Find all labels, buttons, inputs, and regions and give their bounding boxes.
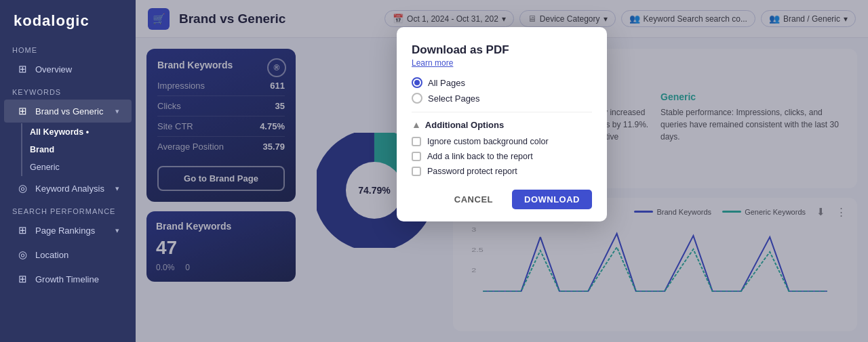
additional-options-toggle[interactable]: ▲ Additional Options (412, 119, 592, 130)
grid-icon: ⊞ (16, 63, 28, 75)
download-pdf-modal: Download as PDF Learn more All Pages Sel… (397, 27, 607, 221)
search-circle-icon: ◎ (16, 182, 28, 194)
radio-all-pages[interactable]: All Pages (412, 77, 592, 88)
sidebar-item-page-rankings[interactable]: ⊞ Page Rankings ▾ (4, 219, 132, 242)
main-content: 🛒 Brand vs Generic 📅 Oct 1, 2024 - Oct 3… (136, 0, 868, 342)
sidebar-item-location[interactable]: ◎ Location (4, 243, 132, 266)
sidebar-item-keyword-analysis[interactable]: ◎ Keyword Analysis ▾ (4, 177, 132, 200)
location-icon: ◎ (16, 249, 28, 261)
chevron-down-icon-2: ▾ (115, 184, 119, 193)
checkbox-ignore-bg[interactable]: Ignore custom background color (412, 137, 592, 146)
checkbox-box-add-link (412, 152, 421, 161)
checkbox-box-ignore-bg (412, 137, 421, 146)
grid-icon-3: ⊞ (16, 224, 28, 236)
sidebar-section-search-performance: Search Performance (0, 200, 136, 218)
sidebar-item-generic[interactable]: Generic (4, 158, 132, 176)
modal-title: Download as PDF (412, 43, 592, 57)
radio-dot-all-pages (412, 77, 422, 88)
sidebar: kodalogic Home ⊞ Overview Keywords ⊞ Bra… (0, 0, 136, 342)
radio-group: All Pages Select Pages (412, 77, 592, 104)
cancel-button[interactable]: CANCEL (442, 190, 505, 209)
sidebar-item-overview[interactable]: ⊞ Overview (4, 58, 132, 81)
checkbox-add-link[interactable]: Add a link back to the report (412, 152, 592, 161)
learn-more-link[interactable]: Learn more (412, 58, 592, 68)
sidebar-section-home: Home (0, 39, 136, 57)
radio-dot-select-pages (412, 93, 422, 104)
checkbox-password[interactable]: Password protect report (412, 167, 592, 176)
chevron-down-icon: ▾ (115, 107, 119, 116)
sidebar-item-all-keywords[interactable]: All Keywords • (4, 123, 132, 141)
chevron-down-icon-3: ▾ (115, 226, 119, 235)
chevron-up-icon: ▲ (412, 119, 421, 130)
sidebar-item-growth-timeline[interactable]: ⊞ Growth Timeline (4, 268, 132, 291)
sidebar-item-brand[interactable]: Brand (4, 141, 132, 158)
sidebar-logo: kodalogic (0, 0, 136, 39)
chart-icon: ⊞ (16, 273, 28, 285)
sidebar-item-brand-vs-generic[interactable]: ⊞ Brand vs Generic ▾ (4, 100, 132, 123)
additional-options-section: ▲ Additional Options Ignore custom backg… (412, 112, 592, 176)
checkbox-box-password (412, 167, 421, 176)
modal-backdrop: Download as PDF Learn more All Pages Sel… (136, 0, 868, 342)
download-button[interactable]: DOWNLOAD (512, 190, 592, 209)
grid-icon-2: ⊞ (16, 105, 28, 117)
radio-select-pages[interactable]: Select Pages (412, 93, 592, 104)
sidebar-section-keywords: Keywords (0, 81, 136, 99)
modal-actions: CANCEL DOWNLOAD (412, 186, 592, 209)
